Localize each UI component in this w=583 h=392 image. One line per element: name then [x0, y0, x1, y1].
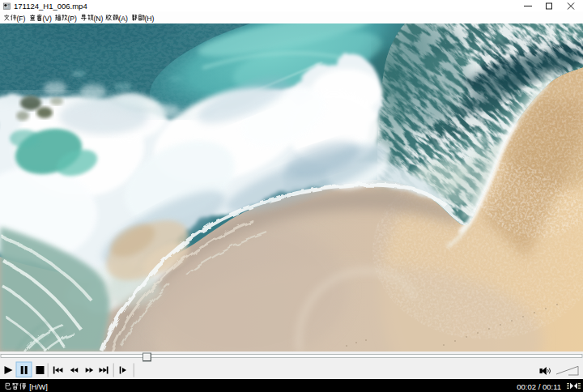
svg-text:(A): (A)	[118, 15, 128, 23]
svg-text:(F): (F)	[16, 15, 25, 23]
svg-text:(P): (P)	[67, 15, 77, 23]
svg-text:(N): (N)	[93, 15, 103, 23]
svg-text:(V): (V)	[42, 15, 52, 23]
svg-text:(H): (H)	[144, 15, 154, 23]
svg-text:[H/W]: [H/W]	[28, 383, 48, 391]
